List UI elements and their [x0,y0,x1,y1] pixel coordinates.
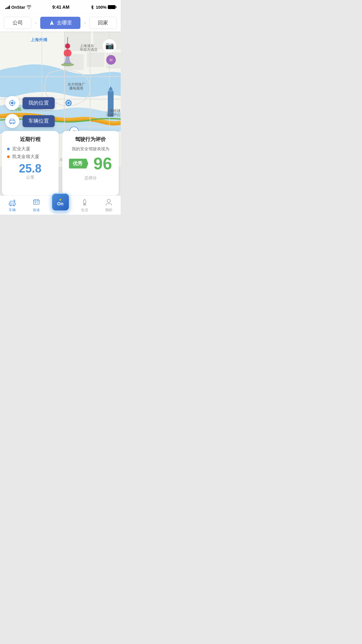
trip-unit-label: 公里 [7,174,53,180]
trip-card[interactable]: 近期行程 宏业大厦 凯龙金领大厦 25.8 公里 [2,131,59,195]
svg-rect-57 [9,203,15,205]
svg-rect-19 [109,89,113,92]
svg-point-14 [65,43,70,49]
status-right: 100% [90,5,116,10]
trip-point-2: 凯龙金领大厦 [7,154,53,160]
nav-chevrons: ‹ [34,21,38,25]
dot-orange-icon [7,155,10,158]
home-button[interactable]: 回家 [89,17,117,29]
svg-text:上海外滩: 上海外滩 [31,37,48,42]
company-button[interactable]: 公司 [4,17,31,29]
star-icon: ★ [59,198,62,201]
mine-tab-label: 我的 [105,208,112,212]
my-location-label: 我的位置 [28,100,49,106]
carrier-label: OnStar [11,5,25,10]
wifi-icon [26,5,32,9]
mine-tab-icon [105,198,113,206]
svg-text:上海环球: 上海环球 [106,109,120,113]
score-total-label: 总得分 [68,175,114,181]
svg-text:H: H [110,58,113,62]
trip-point-1: 宏业大厦 [7,146,53,152]
car-icon [8,117,16,125]
navigate-icon [49,20,55,26]
svg-point-36 [67,102,70,104]
svg-point-45 [11,102,14,104]
car-location-button[interactable]: 车辆位置 [23,115,55,127]
life-tab-label: 生活 [81,208,88,212]
bluetooth-icon [90,5,95,9]
my-location-row: 我的位置 [5,96,55,110]
svg-text:上海浦东: 上海浦东 [80,44,94,48]
signal-bars [5,5,10,9]
trip-point1-label: 宏业大厦 [12,146,30,152]
svg-rect-60 [33,200,39,204]
svg-point-58 [10,205,11,206]
status-bar: OnStar 9:41 AM 100% [0,0,121,14]
nav-chevrons-right: › [83,21,87,25]
chevron-left-icon[interactable]: ‹ [35,21,36,25]
svg-text:📷: 📷 [105,41,114,50]
company-label: 公司 [13,20,23,26]
driving-score-card[interactable]: 驾驶行为评价 我的安全驾驶表现为 优秀 96 总得分 [62,131,119,195]
score-description: 我的安全驾驶表现为 [68,146,114,152]
nav-bar: 公司 ‹ 去哪里 › 回家 [0,14,121,32]
chevron-right-icon[interactable]: › [84,21,86,25]
tab-life[interactable]: 生活 [72,198,97,212]
status-time: 9:41 AM [52,5,69,10]
score-number: 96 [93,155,112,172]
trip-tab-icon [32,198,41,206]
svg-point-53 [13,123,14,124]
tab-trip[interactable]: 旅途 [24,198,48,212]
life-tab-icon [80,198,89,206]
dot-blue-icon [7,148,10,150]
status-left: OnStar [5,5,32,10]
battery-fill [108,5,115,9]
svg-point-15 [64,49,71,57]
bottom-cards: 近期行程 宏业大厦 凯龙金领大厦 25.8 公里 驾驶行为评价 我的安全驾驶表现… [0,131,121,195]
car-location-row: 车辆位置 [5,114,55,128]
my-location-icon-button[interactable] [5,96,19,110]
tab-mine[interactable]: 我的 [97,198,121,212]
svg-text:金融中心: 金融中心 [106,113,120,117]
my-location-button[interactable]: 我的位置 [23,97,55,109]
main-nav-label: 去哪里 [57,20,72,26]
battery-percent: 100% [96,5,107,10]
battery-icon [108,5,116,9]
trip-distance: 25.8 公里 [7,163,53,180]
vehicle-tab-icon [8,198,16,206]
svg-point-59 [13,205,14,206]
svg-rect-4 [87,52,105,67]
driving-card-title: 驾驶行为评价 [68,136,114,143]
score-row: 优秀 96 [68,155,114,172]
svg-point-52 [10,123,12,124]
car-location-label: 车辆位置 [28,118,49,124]
svg-point-68 [107,199,110,202]
svg-rect-64 [35,202,36,203]
trip-point2-label: 凯龙金领大厦 [12,154,39,160]
svg-rect-65 [37,202,38,203]
car-location-icon-button[interactable] [5,114,19,128]
trip-km-value: 25.8 [7,163,53,174]
score-badge: 优秀 [69,159,88,169]
svg-point-17 [61,63,74,66]
trip-card-title: 近期行程 [7,136,53,143]
onstar-label: On [57,201,63,206]
tab-center[interactable]: ★ On [48,193,72,211]
vehicle-tab-label: 车辆 [9,208,16,212]
svg-text:播电视塔: 播电视塔 [69,86,83,90]
trip-tab-label: 旅途 [33,208,40,212]
svg-text:华东方酒店: 华东方酒店 [80,48,97,51]
location-crosshair-icon [8,99,16,107]
home-label: 回家 [98,20,108,26]
tab-vehicle[interactable]: 车辆 [0,198,24,212]
tab-bar: 车辆 旅途 ★ On [0,195,121,215]
svg-text:东方明珠广: 东方明珠广 [68,82,85,86]
trip-route: 宏业大厦 凯龙金领大厦 [7,146,53,160]
navigation-main-button[interactable]: 去哪里 [40,17,80,29]
onstar-center-button[interactable]: ★ On [51,193,70,211]
